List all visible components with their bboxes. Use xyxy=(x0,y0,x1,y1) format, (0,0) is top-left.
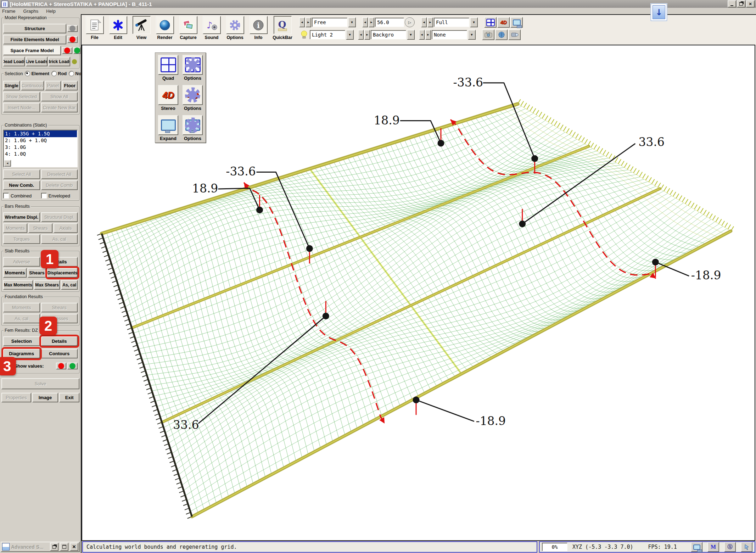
fem-selection-button[interactable]: Selection xyxy=(3,336,40,346)
radio-rod[interactable] xyxy=(51,71,57,76)
create-new-bar-button[interactable]: Create New Bar xyxy=(41,103,78,112)
menu-frame[interactable]: Frame xyxy=(2,9,16,14)
slab-as-cal-button[interactable]: As, cal xyxy=(61,280,78,290)
image-button[interactable]: Image xyxy=(32,393,58,402)
expand-options-button[interactable]: Options xyxy=(181,115,204,141)
options-button[interactable]: Options xyxy=(223,16,247,40)
4d-button[interactable]: 4D xyxy=(497,17,510,28)
new-comb-button[interactable]: New Comb. xyxy=(3,180,40,190)
spin-right-icon[interactable]: ▶ xyxy=(306,17,311,27)
expand-button[interactable]: Expand xyxy=(157,115,179,141)
spin-left-icon[interactable]: ◀ xyxy=(299,17,305,27)
sfm-color-button[interactable] xyxy=(62,47,72,54)
menu-graphs[interactable]: Graphs xyxy=(23,9,39,14)
select-all-button[interactable]: Select All xyxy=(3,169,40,179)
projection-dropdown-icon[interactable]: ▼ xyxy=(348,17,356,27)
deselect-all-button[interactable]: Deselect All xyxy=(41,169,78,179)
properties-button[interactable]: Properties xyxy=(1,393,31,402)
combination-item[interactable]: 4: 1.0Q xyxy=(4,151,77,157)
show-values-positive-button[interactable] xyxy=(67,363,78,369)
advanced-maximize-button[interactable] xyxy=(60,543,68,551)
grid-view-button[interactable] xyxy=(484,17,497,28)
stereo-options-button[interactable]: 4D Options xyxy=(181,85,204,111)
spin-right-icon[interactable]: ▶ xyxy=(427,17,433,27)
fem-color-button[interactable] xyxy=(67,36,78,43)
projector-button[interactable] xyxy=(508,29,521,40)
metrica-button[interactable]: M xyxy=(707,542,719,552)
foundation-moments-button[interactable]: Moments xyxy=(3,303,40,312)
spin-left-icon[interactable]: ◀ xyxy=(358,30,364,40)
quad-button[interactable]: Quad xyxy=(157,55,179,81)
foundation-shears-button[interactable]: Shears xyxy=(41,303,78,312)
contours-button[interactable]: Contours xyxy=(41,349,78,358)
stereo-4d-button[interactable]: 4D Stereo xyxy=(157,85,179,111)
live-loads-button[interactable]: Live Loads xyxy=(26,57,47,66)
restore-button[interactable] xyxy=(737,0,745,7)
structure-button[interactable]: Structure xyxy=(3,24,66,33)
combination-item[interactable]: 3: 1.0G xyxy=(4,144,77,151)
combined-checkbox[interactable] xyxy=(3,193,9,199)
wireframe-displ-button[interactable]: Wireframe Displ. xyxy=(3,212,40,222)
detail-combo[interactable]: Full xyxy=(434,18,469,27)
screen-button[interactable] xyxy=(510,17,523,28)
delete-comb-button[interactable]: Delete Comb xyxy=(41,180,78,190)
panel-button[interactable]: Panel xyxy=(45,81,61,90)
spin-left-icon[interactable]: ◀ xyxy=(421,17,427,27)
snapshot-button[interactable] xyxy=(482,29,494,40)
slab-moments-button[interactable]: Moments xyxy=(3,268,27,278)
minimize-button[interactable] xyxy=(728,0,736,7)
edit-button[interactable]: Edit xyxy=(106,16,130,40)
projection-combo[interactable]: Free xyxy=(312,18,347,27)
download-overlay-button[interactable]: ↓ xyxy=(651,4,667,21)
advanced-close-button[interactable]: ✕ xyxy=(70,543,78,551)
list-scroll-left-button[interactable]: ◀ xyxy=(4,160,11,167)
structure-color-button[interactable] xyxy=(67,25,78,32)
light-dropdown-icon[interactable]: ▼ xyxy=(346,30,354,40)
show-selected-button[interactable]: Show Selected xyxy=(3,92,40,101)
show-all-button[interactable]: Show All xyxy=(41,92,78,101)
quickbar-button[interactable]: Q QuickBar xyxy=(270,16,295,40)
show-values-negative-button[interactable] xyxy=(56,363,66,369)
bars-shears-button[interactable]: Shears xyxy=(28,223,52,233)
foundation-as-cal-button[interactable]: As, cal xyxy=(3,314,40,323)
radio-node[interactable] xyxy=(69,71,74,76)
spin-right-icon[interactable]: ▶ xyxy=(425,30,431,40)
exit-button[interactable]: Exit xyxy=(59,393,79,402)
adverse-button[interactable]: Adverse xyxy=(3,257,40,267)
slab-shears-button[interactable]: Shears xyxy=(28,268,46,278)
floor-button[interactable]: Floor xyxy=(62,81,78,90)
advanced-window-bar[interactable]: Advanced S... ✕ xyxy=(1,542,80,552)
background-combo[interactable]: Backgro xyxy=(371,30,406,39)
space-frame-model-button[interactable]: Space Frame Model xyxy=(3,46,61,55)
pointer-help-button[interactable] xyxy=(741,542,752,552)
menu-help[interactable]: Help xyxy=(46,9,56,14)
structural-displ-button[interactable]: Structural Displ. xyxy=(41,212,78,222)
light-toggle-button[interactable] xyxy=(299,30,309,40)
brick-loads-button[interactable]: Brick Loads xyxy=(49,57,70,66)
dead-loads-button[interactable]: Dead Loads xyxy=(3,57,25,66)
background-dropdown-icon[interactable]: ▼ xyxy=(407,30,415,40)
finite-elements-model-button[interactable]: Finite Elements Model xyxy=(3,35,66,44)
quick-search-button[interactable]: Ⓢ xyxy=(724,542,736,552)
info-button[interactable]: i Info xyxy=(247,16,270,40)
max-moments-button[interactable]: Max Moments xyxy=(3,280,33,290)
single-button[interactable]: Single xyxy=(3,81,20,90)
render-canvas[interactable]: -33.618.933.6-33.618.9-18.933.6-18.9 Qua… xyxy=(82,45,755,541)
torques-button[interactable]: Torques xyxy=(3,234,40,244)
combination-item[interactable]: 2: 1.0G + 1.0Q xyxy=(4,137,77,144)
spin-right-icon[interactable]: ▶ xyxy=(364,30,370,40)
bars-axials-button[interactable]: Axials xyxy=(54,223,78,233)
displacements-button[interactable]: Displacements xyxy=(47,268,78,278)
render-button[interactable]: Render xyxy=(153,16,177,40)
view-button[interactable]: View xyxy=(130,16,153,40)
file-button[interactable]: File xyxy=(83,16,106,40)
capture-button[interactable]: Capture xyxy=(177,16,200,40)
loads-color-button[interactable] xyxy=(71,59,78,64)
light-combo[interactable]: Light 2 xyxy=(310,30,345,39)
spin-right-icon[interactable]: ▶ xyxy=(369,17,374,27)
fem-details-button[interactable]: Details xyxy=(41,336,78,346)
play-icon[interactable]: ▷ xyxy=(405,17,415,27)
sfm-color2-button[interactable] xyxy=(73,47,80,54)
enveloped-checkbox[interactable] xyxy=(41,193,47,199)
close-button[interactable]: ✕ xyxy=(746,0,755,7)
